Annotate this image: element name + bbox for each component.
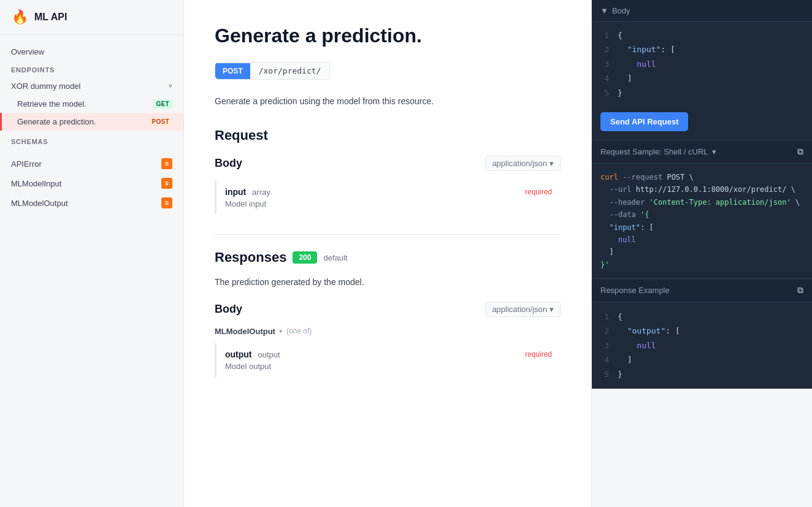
sidebar: 🔥 ML API Overview ENDPOINTS XOR dummy mo… <box>0 0 184 507</box>
response-content-type-chevron: ▾ <box>550 305 554 314</box>
sidebar-item-generate[interactable]: Generate a prediction. POST <box>0 113 183 131</box>
line-num-1: 1 <box>600 28 609 42</box>
request-sample-title-text: Request Sample: Shell / cURL <box>600 147 708 156</box>
content-type-selector[interactable]: application/json ▾ <box>485 156 561 171</box>
input-field-name-row: input array required <box>225 187 552 197</box>
resp-output-key: "output": [ <box>618 324 680 338</box>
curl-line-2: --url http://127.0.0.1:8000/xor/predict/… <box>600 183 803 196</box>
line-num-5: 5 <box>600 86 609 100</box>
resp-line-3: 3 null <box>600 338 803 353</box>
code-input-key: "input": [ <box>618 42 675 56</box>
request-sample-chevron-icon[interactable]: ▾ <box>712 147 716 156</box>
app-title: ML API <box>34 12 67 23</box>
line-num-2: 2 <box>600 42 609 56</box>
resp-brace-close: } <box>618 367 622 381</box>
sidebar-nav: Overview ENDPOINTS XOR dummy model ▾ Ret… <box>0 35 183 227</box>
output-field-required: required <box>525 350 552 359</box>
method-get-badge: GET <box>153 99 172 109</box>
code-line-3: 3 null <box>600 57 803 71</box>
resp-line-num-1: 1 <box>600 310 609 324</box>
sidebar-item-overview[interactable]: Overview <box>0 44 183 60</box>
endpoint-badge: POST /xor/predict/ <box>215 62 330 80</box>
model-output-row: MLModelOutput ▾ (one of) <box>215 327 561 336</box>
line-num-3: 3 <box>600 57 609 71</box>
body-panel-arrow-icon: ▼ <box>600 6 608 15</box>
code-brace-open: { <box>618 28 622 42</box>
resp-line-5: 5 } <box>600 367 803 381</box>
response-body-title: Body <box>215 303 242 316</box>
default-badge: default <box>323 253 347 262</box>
endpoints-section-label: ENDPOINTS <box>0 60 183 76</box>
sidebar-item-retrieve-label: Retrieve the model. <box>17 99 86 109</box>
schema-item-apierror[interactable]: APIError S <box>0 154 183 173</box>
output-field-name-row: output output required <box>225 349 552 359</box>
response-body-section: Body application/json ▾ MLModelOutput ▾ … <box>215 302 561 377</box>
status-badge-200: 200 <box>293 251 317 264</box>
responses-section-title: Responses <box>215 250 286 265</box>
schema-mlmodelinput-icon: S <box>161 178 172 189</box>
code-line-1: 1 { <box>600 28 803 42</box>
line-num-4: 4 <box>600 71 609 85</box>
code-bracket-close: ] <box>618 71 632 85</box>
field-description: Model input <box>225 199 552 208</box>
curl-line-1: curl --request POST \ <box>600 171 803 183</box>
request-sample-copy-icon[interactable]: ⧉ <box>797 147 803 157</box>
schema-apierror-icon: S <box>161 158 172 169</box>
sidebar-item-retrieve[interactable]: Retrieve the model. GET <box>0 95 183 113</box>
output-field-description: Model output <box>225 362 552 371</box>
response-body-header: Body application/json ▾ <box>215 302 561 317</box>
schema-mlmodeloutput-icon: S <box>161 197 172 208</box>
schema-item-mlmodeloutput[interactable]: MLModelOutput S <box>0 193 183 213</box>
response-content-type-label: application/json <box>492 305 547 314</box>
response-example-title: Response Example <box>600 286 670 295</box>
resp-brace-open: { <box>618 310 622 324</box>
code-null-val: null <box>618 57 656 71</box>
right-panel: ▼ Body 1 { 2 "input": [ 3 null <box>591 0 812 507</box>
resp-line-2: 2 "output": [ <box>600 324 803 338</box>
content-area: Generate a prediction. POST /xor/predict… <box>184 0 591 507</box>
curl-line-6: null <box>600 234 803 246</box>
method-post-badge: POST <box>149 117 172 126</box>
response-example-copy-icon[interactable]: ⧉ <box>797 285 803 295</box>
output-field-type: output <box>258 350 280 359</box>
response-content-type-selector[interactable]: application/json ▾ <box>485 302 561 317</box>
nav-group-header-xor[interactable]: XOR dummy model ▾ <box>0 77 183 95</box>
curl-line-4: --data '{ <box>600 208 803 221</box>
schema-mlmodelinput-label: MLModelInput <box>11 179 61 188</box>
resp-null-val: null <box>618 338 656 353</box>
main-area: Generate a prediction. POST /xor/predict… <box>184 0 812 507</box>
model-output-arrow-icon: ▾ <box>279 327 283 335</box>
endpoint-method: POST <box>215 63 250 79</box>
code-line-4: 4 ] <box>600 71 803 85</box>
page-description: Generate a prediction using the model fr… <box>215 94 561 108</box>
resp-line-4: 4 ] <box>600 353 803 367</box>
request-section-title: Request <box>215 128 561 143</box>
schemas-list: APIError S MLModelInput S MLModelOutput … <box>0 148 183 219</box>
schema-mlmodeloutput-label: MLModelOutput <box>11 199 68 208</box>
code-line-5: 5 } <box>600 86 803 100</box>
request-sample-header: Request Sample: Shell / cURL ▾ ⧉ <box>592 140 812 164</box>
request-sample-code: curl --request POST \ --url http://127.0… <box>592 164 812 278</box>
schemas-section-label: SCHEMAS <box>0 132 183 148</box>
page-title: Generate a prediction. <box>215 25 561 47</box>
input-field-name-type: input array <box>225 187 270 197</box>
nav-group-xor: XOR dummy model ▾ Retrieve the model. GE… <box>0 77 183 131</box>
resp-line-1: 1 { <box>600 310 803 324</box>
schema-item-mlmodelinput[interactable]: MLModelInput S <box>0 173 183 193</box>
field-required: required <box>525 188 552 196</box>
body-panel-header: ▼ Body <box>592 0 812 22</box>
endpoint-path: /xor/predict/ <box>250 63 330 79</box>
body-title: Body <box>215 157 242 170</box>
input-field-row: input array required Model input <box>215 181 561 215</box>
body-panel-title: ▼ Body <box>600 6 630 15</box>
output-field-name-type: output output <box>225 349 280 359</box>
response-example-code: 1 { 2 "output": [ 3 null 4 ] 5 <box>592 302 812 389</box>
content-type-label: application/json <box>492 159 547 168</box>
field-type: array <box>252 188 270 197</box>
model-output-name[interactable]: MLModelOutput <box>215 327 275 336</box>
resp-line-num-5: 5 <box>600 367 609 381</box>
one-of-label: (one of) <box>286 327 312 335</box>
sidebar-item-generate-label: Generate a prediction. <box>17 117 96 126</box>
send-api-request-button[interactable]: Send API Request <box>600 112 688 131</box>
fire-icon: 🔥 <box>11 9 28 26</box>
